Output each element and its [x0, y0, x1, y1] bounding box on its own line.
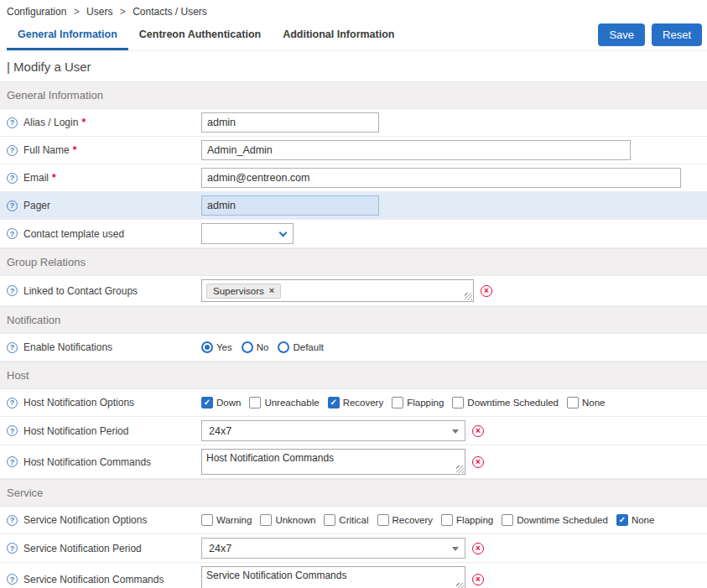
- field-label: Pager: [23, 200, 50, 211]
- clear-host-notification-commands-icon[interactable]: ×: [472, 456, 484, 468]
- checkbox-icon: ✓: [567, 397, 579, 408]
- service-checkbox-option-flapping[interactable]: ✓ Flapping: [441, 514, 493, 526]
- field-label: Service Notification Period: [23, 543, 142, 554]
- resize-grip-icon[interactable]: [465, 293, 472, 300]
- checkbox-label: Downtime Scheduled: [517, 515, 608, 525]
- checkbox-label: None: [632, 515, 655, 525]
- field-label: Host Notification Options: [23, 397, 134, 408]
- radio-label: Default: [293, 342, 323, 352]
- checkbox-icon: ✓: [502, 514, 513, 526]
- checkbox-label: Recovery: [392, 515, 434, 525]
- help-icon[interactable]: ?: [7, 574, 18, 585]
- page-title: | Modify a User: [0, 51, 707, 81]
- checkbox-icon: ✓: [201, 514, 213, 526]
- field-cell: 24x7 ×: [201, 417, 707, 445]
- service-checkbox-option-none[interactable]: ✓ None: [616, 514, 655, 526]
- field-label: Enable Notifications: [23, 341, 112, 353]
- form-row-host-notification-options: ? Host Notification Options ✓ Down ✓ Unr…: [0, 389, 707, 417]
- tab-centreon-authentication[interactable]: Centreon Authentication: [128, 22, 272, 50]
- reset-button[interactable]: Reset: [652, 23, 702, 46]
- contact-template-select[interactable]: [201, 223, 294, 244]
- help-icon[interactable]: ?: [7, 200, 18, 211]
- help-icon[interactable]: ?: [7, 425, 18, 436]
- resize-grip-icon[interactable]: [456, 466, 464, 473]
- alias-login-input[interactable]: [201, 112, 379, 133]
- checkbox-option-flapping[interactable]: ✓ Flapping: [392, 397, 444, 408]
- help-icon[interactable]: ?: [7, 228, 18, 239]
- clear-service-notification-commands-icon[interactable]: ×: [472, 574, 484, 585]
- checkbox-label: Critical: [339, 515, 368, 525]
- save-button[interactable]: Save: [598, 23, 645, 46]
- radio-option-yes[interactable]: Yes: [201, 341, 232, 353]
- email-input[interactable]: [201, 168, 681, 188]
- field-cell: Yes No Default: [201, 338, 707, 356]
- radio-icon: [278, 341, 289, 353]
- checkbox-option-down[interactable]: ✓ Down: [201, 397, 241, 408]
- radio-option-no[interactable]: No: [242, 341, 269, 353]
- checkbox-label: Down: [216, 398, 241, 408]
- field-label: Service Notification Commands: [23, 574, 164, 585]
- host-notification-period-select[interactable]: 24x7: [201, 420, 465, 441]
- help-icon[interactable]: ?: [7, 117, 18, 128]
- label-cell: ? Service Notification Options: [0, 514, 201, 526]
- checkbox-icon: ✓: [328, 397, 340, 408]
- checkbox-option-none[interactable]: ✓ None: [567, 397, 606, 408]
- field-label: Host Notification Commands: [23, 456, 151, 468]
- tab-general-information[interactable]: General Information: [7, 22, 128, 50]
- breadcrumb-item-configuration[interactable]: Configuration: [7, 6, 66, 18]
- help-icon[interactable]: ?: [7, 145, 18, 156]
- contact-groups-multiselect[interactable]: Supervisors ×: [201, 279, 474, 302]
- service-checkbox-option-downtime-scheduled[interactable]: ✓ Downtime Scheduled: [502, 514, 608, 526]
- page: Configuration > Users > Contacts / Users…: [0, 0, 707, 588]
- checkbox-label: Recovery: [343, 398, 384, 408]
- pager-input[interactable]: [201, 195, 379, 216]
- resize-grip-icon[interactable]: [456, 583, 464, 588]
- field-cell: [201, 220, 707, 247]
- field-label: Alias / Login: [23, 117, 78, 128]
- label-cell: ? Host Notification Commands: [0, 456, 201, 468]
- service-checkbox-option-recovery[interactable]: ✓ Recovery: [377, 514, 434, 526]
- caret-down-icon: [452, 429, 459, 434]
- label-cell: ? Full Name *: [0, 144, 201, 156]
- breadcrumb-separator: >: [120, 6, 126, 18]
- service-notification-commands-box[interactable]: Service Notification Commands: [201, 566, 465, 588]
- help-icon[interactable]: ?: [7, 398, 18, 408]
- service-checkbox-option-critical[interactable]: ✓ Critical: [324, 514, 368, 526]
- breadcrumb-item-users[interactable]: Users: [86, 6, 112, 18]
- label-cell: ? Contact template used: [0, 228, 201, 240]
- field-cell: [201, 164, 707, 191]
- section-header-group-relations: Group Relations: [0, 248, 707, 276]
- form-row-pager: ? Pager: [0, 192, 707, 220]
- checkbox-icon: ✓: [441, 514, 453, 526]
- clear-host-notification-period-icon[interactable]: ×: [472, 425, 484, 437]
- breadcrumb: Configuration > Users > Contacts / Users: [0, 0, 707, 22]
- radio-option-default[interactable]: Default: [278, 341, 323, 353]
- required-marker: *: [81, 117, 86, 128]
- tab-additional-information[interactable]: Additional Information: [272, 22, 405, 50]
- radio-icon: [242, 341, 253, 353]
- checkbox-option-unreachable[interactable]: ✓ Unreachable: [249, 397, 319, 408]
- help-icon[interactable]: ?: [7, 285, 18, 296]
- service-checkbox-option-unknown[interactable]: ✓ Unknown: [260, 514, 315, 526]
- checkbox-option-downtime-scheduled[interactable]: ✓ Downtime Scheduled: [452, 397, 559, 408]
- clear-contact-groups-icon[interactable]: ×: [481, 285, 492, 297]
- host-notification-commands-box[interactable]: Host Notification Commands: [201, 449, 465, 475]
- chip-remove-icon[interactable]: ×: [269, 286, 274, 295]
- clear-service-notification-period-icon[interactable]: ×: [472, 543, 484, 554]
- label-cell: ? Host Notification Options: [0, 397, 201, 408]
- breadcrumb-item-contacts-users[interactable]: Contacts / Users: [133, 6, 207, 18]
- field-cell: [201, 109, 707, 136]
- help-icon[interactable]: ?: [7, 342, 18, 353]
- full-name-input[interactable]: [201, 140, 631, 160]
- form-row-contact-groups: ? Linked to Contact Groups Supervisors ×…: [0, 276, 707, 306]
- service-checkbox-option-warning[interactable]: ✓ Warning: [201, 514, 252, 526]
- help-icon[interactable]: ?: [7, 515, 18, 526]
- help-icon[interactable]: ?: [7, 543, 18, 554]
- required-marker: *: [52, 172, 56, 184]
- checkbox-option-recovery[interactable]: ✓ Recovery: [328, 397, 384, 408]
- field-label: Host Notification Period: [23, 425, 128, 437]
- help-icon[interactable]: ?: [7, 173, 18, 184]
- field-cell: [201, 137, 707, 164]
- service-notification-period-select[interactable]: 24x7: [201, 538, 465, 559]
- help-icon[interactable]: ?: [7, 456, 18, 467]
